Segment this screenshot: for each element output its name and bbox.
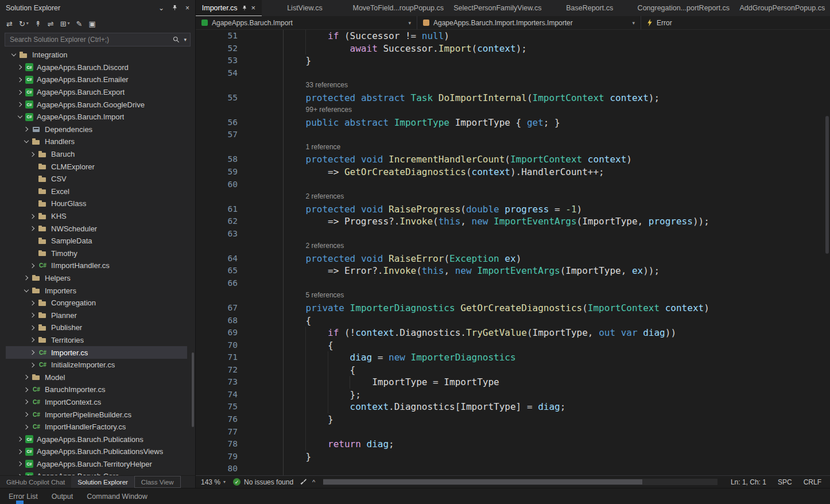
line-number[interactable]: 63 <box>196 228 242 241</box>
code-line-74[interactable]: 74}; <box>196 389 830 401</box>
tree-item-agapeapps-baruch-googledrive[interactable]: C#AgapeApps.Baruch.GoogleDrive <box>6 98 187 111</box>
line-number[interactable]: 54 <box>196 67 242 80</box>
tree-chevron-icon[interactable] <box>17 76 24 83</box>
tree-item-planner[interactable]: Planner <box>6 309 187 321</box>
tree-chevron-icon[interactable] <box>23 411 30 418</box>
tree-item-model[interactable]: Model <box>6 371 187 383</box>
line-number[interactable] <box>196 240 242 253</box>
codelens-references[interactable]: 99+ references <box>284 104 352 117</box>
tree-item-agapeapps-baruch-territoryhelper[interactable]: C#AgapeApps.Baruch.TerritoryHelper <box>6 458 187 471</box>
tree-item-khs[interactable]: KHS <box>6 210 187 223</box>
expand-margin-chevron-icon[interactable]: ^ <box>312 479 315 486</box>
tree-chevron-icon[interactable] <box>29 312 36 319</box>
tree-item-clmexplorer[interactable]: CLMExplorer <box>6 160 187 173</box>
show-all-files-icon[interactable]: ⊞▾ <box>59 20 72 28</box>
search-input[interactable] <box>9 35 169 44</box>
tree-item-nwscheduler[interactable]: NWScheduler <box>6 222 187 235</box>
code-line-57[interactable]: 57 <box>196 129 830 141</box>
codelens-references[interactable]: 33 references <box>284 79 348 92</box>
tree-item-initializeimporter-cs[interactable]: C#InitializeImporter.cs <box>6 359 187 371</box>
line-number[interactable]: 77 <box>196 426 242 439</box>
tree-item-importer-cs[interactable]: C#Importer.cs <box>6 346 187 359</box>
pinned-icon[interactable] <box>242 5 247 11</box>
close-icon[interactable]: × <box>185 5 189 11</box>
line-number[interactable]: 59 <box>196 166 242 179</box>
zoom-control[interactable]: 143 % ▾ <box>199 478 227 486</box>
code-line-71[interactable]: 71diag = new ImporterDiagnostics <box>196 351 830 364</box>
line-number[interactable]: 75 <box>196 401 242 413</box>
tree-chevron-icon[interactable] <box>17 89 24 96</box>
line-number[interactable]: 66 <box>196 277 242 290</box>
tree-item-agapeapps-baruch-publications[interactable]: C#AgapeApps.Baruch.Publications <box>6 433 187 445</box>
line-column-indicator[interactable]: Ln: 1, Ch: 1 <box>728 478 769 486</box>
code-cleanup-broom-icon[interactable] <box>299 478 307 486</box>
preview-selected-items-icon[interactable]: ▣ <box>87 20 97 28</box>
tree-item-importerpipelinebuilder-cs[interactable]: C#ImporterPipelineBuilder.cs <box>6 408 187 421</box>
refresh-icon[interactable]: ↻▾ <box>17 20 30 28</box>
edit-filter-icon[interactable]: ✎ <box>75 20 84 28</box>
tree-chevron-icon[interactable] <box>29 300 36 307</box>
line-number[interactable]: 79 <box>196 451 242 463</box>
tree-item-agapeapps-baruch-import[interactable]: C#AgapeApps.Baruch.Import <box>6 111 187 123</box>
code-line-51[interactable]: 51if (Successor != null) <box>196 30 830 42</box>
bottom-tab-error-list[interactable]: Error List <box>3 493 43 501</box>
tree-item-territories[interactable]: Territories <box>6 334 187 347</box>
window-position-chevron-icon[interactable]: ⌄ <box>158 5 164 11</box>
tree-chevron-icon[interactable] <box>29 324 36 331</box>
line-number[interactable]: 64 <box>196 253 242 265</box>
editor-tab-listview-cs[interactable]: ListView.cs <box>262 0 348 16</box>
tree-item-publisher[interactable]: Publisher <box>6 321 187 334</box>
line-number[interactable]: 61 <box>196 203 242 216</box>
line-number[interactable]: 56 <box>196 117 242 129</box>
code-editor[interactable]: 51if (Successor != null)52await Successo… <box>196 30 830 475</box>
code-line-63[interactable]: 63 <box>196 228 830 241</box>
code-line-54[interactable]: 54 <box>196 67 830 80</box>
code-line-73[interactable]: 73ImportType = ImportType <box>196 376 830 389</box>
tree-chevron-icon[interactable] <box>23 386 30 393</box>
tree-chevron-icon[interactable] <box>23 138 30 145</box>
tree-chevron-icon[interactable] <box>23 398 30 405</box>
tree-item-csv[interactable]: CSV <box>6 173 187 185</box>
tree-chevron-icon[interactable] <box>23 126 30 133</box>
code-line-55[interactable]: 55protected abstract Task DoImportIntern… <box>196 92 830 104</box>
line-number[interactable] <box>196 289 242 302</box>
breadcrumb-member-dropdown[interactable]: Error <box>641 16 830 29</box>
code-line-56[interactable]: 56public abstract ImportType ImportType … <box>196 117 830 129</box>
code-line-67[interactable]: 67private ImporterDiagnostics GetOrCreat… <box>196 302 830 315</box>
codelens-references[interactable]: 2 references <box>284 191 344 203</box>
breadcrumb-project-dropdown[interactable]: AgapeApps.Baruch.Import ▾ <box>196 16 417 29</box>
line-number[interactable]: 55 <box>196 92 242 104</box>
tree-chevron-icon[interactable] <box>17 114 24 121</box>
line-number[interactable] <box>196 191 242 203</box>
sync-with-active-document-icon[interactable]: ⇌ <box>46 20 56 28</box>
line-number[interactable]: 65 <box>196 265 242 277</box>
tree-item-excel[interactable]: Excel <box>6 185 187 198</box>
code-area[interactable]: 51if (Successor != null)52await Successo… <box>196 30 830 475</box>
code-line-65[interactable]: 65=> Error?.Invoke(this, new ImportEvent… <box>196 265 830 277</box>
collapse-all-icon[interactable]: ↟ <box>33 20 43 28</box>
tree-item-handlers[interactable]: Handlers <box>6 135 187 148</box>
line-number[interactable]: 73 <box>196 376 242 389</box>
tree-item-sampledata[interactable]: SampleData <box>6 235 187 247</box>
document-health-indicator[interactable]: ✓ No issues found <box>233 478 293 486</box>
line-number[interactable] <box>196 104 242 117</box>
tree-item-baruch[interactable]: Baruch <box>6 148 187 161</box>
bottom-tab-command-window[interactable]: Command Window <box>82 493 153 501</box>
code-line-59[interactable]: 59=> GetOrCreateDiagnostics(context).Han… <box>196 166 830 179</box>
codelens-row[interactable]: 99+ references <box>196 104 830 117</box>
code-line-77[interactable]: 77 <box>196 426 830 439</box>
pin-icon[interactable] <box>172 5 178 12</box>
tree-item-agapeapps-baruch-core[interactable]: C#AgapeApps.Baruch.Core <box>6 470 187 475</box>
line-number[interactable]: 69 <box>196 327 242 339</box>
horizontal-scrollbar-thumb[interactable] <box>323 479 642 484</box>
line-number[interactable]: 71 <box>196 351 242 364</box>
switch-views-icon[interactable]: ⇄ <box>5 20 14 28</box>
code-line-52[interactable]: 52await Successor.Import(context); <box>196 42 830 55</box>
line-number[interactable]: 67 <box>196 302 242 315</box>
line-number[interactable]: 60 <box>196 179 242 191</box>
line-number[interactable]: 58 <box>196 153 242 166</box>
search-icon[interactable] <box>173 36 180 43</box>
search-options-chevron-icon[interactable]: ▾ <box>184 37 187 42</box>
tree-chevron-icon[interactable] <box>29 262 36 269</box>
line-number[interactable]: 68 <box>196 315 242 327</box>
